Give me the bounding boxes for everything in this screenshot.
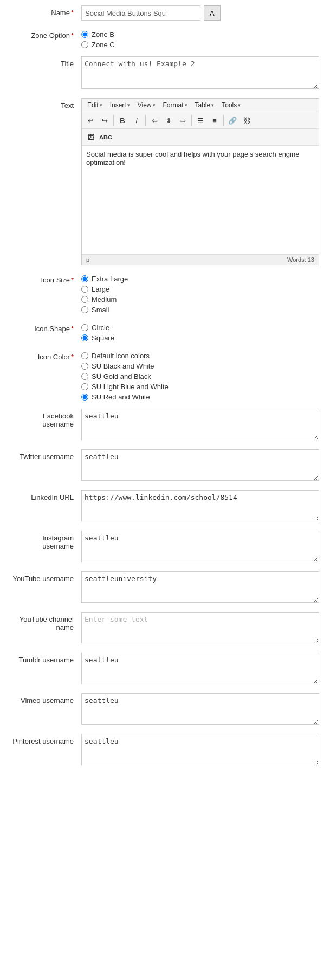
instagram-row: Instagram username seattleu [11, 531, 319, 564]
icon-shape-label: Icon Shape* [11, 321, 81, 333]
icon-size-large[interactable]: Large [81, 285, 319, 293]
rte-menu-insert[interactable]: Insert ▾ [107, 100, 133, 110]
zone-option-label: Zone Option* [11, 28, 81, 40]
icon-size-small[interactable]: Small [81, 306, 319, 314]
icon-color-su-red[interactable]: SU Red and White [81, 393, 319, 401]
tumblr-row: Tumblr username seattleu [11, 653, 319, 686]
rte-link-button[interactable]: 🔗 [226, 114, 239, 127]
name-a-button[interactable]: A [204, 5, 221, 21]
rte-menubar: Edit ▾ Insert ▾ View ▾ Format ▾ [82, 99, 319, 112]
zone-c-option[interactable]: Zone C [81, 41, 319, 49]
linkedin-row: LinkedIn URL https://www.linkedin.com/sc… [11, 490, 319, 523]
zone-c-radio[interactable] [81, 41, 88, 48]
icon-size-extralarge-radio[interactable] [81, 275, 88, 282]
edit-chevron: ▾ [100, 102, 102, 108]
vimeo-textarea[interactable]: seattleu [81, 693, 319, 725]
text-field: Edit ▾ Insert ▾ View ▾ Format ▾ [81, 98, 319, 265]
icon-color-su-gold[interactable]: SU Gold and Black [81, 372, 319, 381]
rte-ordered-list-button[interactable]: ≡ [208, 114, 221, 127]
rte-unlink-button[interactable]: ⛓ [240, 114, 253, 127]
icon-color-su-red-radio[interactable] [81, 394, 88, 401]
rte-bold-button[interactable]: B [116, 114, 129, 127]
icon-size-large-radio[interactable] [81, 286, 88, 293]
icon-color-su-lightblue[interactable]: SU Light Blue and White [81, 383, 319, 391]
zone-option-row: Zone Option* Zone B Zone C [11, 28, 319, 49]
tumblr-textarea[interactable]: seattleu [81, 653, 319, 684]
twitter-row: Twitter username seattleu [11, 449, 319, 482]
instagram-textarea[interactable]: seattleu [81, 531, 319, 562]
twitter-field: seattleu [81, 449, 319, 482]
youtube-channel-textarea[interactable] [81, 612, 319, 643]
icon-shape-field: Circle Square [81, 321, 319, 342]
rte-spell-button[interactable]: ABC [98, 131, 113, 144]
rte-unordered-list-button[interactable]: ☰ [194, 114, 207, 127]
youtube-field: seattleuniversity [81, 571, 319, 604]
icon-size-label: Icon Size* [11, 273, 81, 284]
text-row: Text Edit ▾ Insert ▾ View ▾ [11, 98, 319, 265]
pinterest-label: Pinterest username [11, 734, 81, 745]
youtube-textarea[interactable]: seattleuniversity [81, 571, 319, 603]
icon-size-field: Extra Large Large Medium Small [81, 273, 319, 314]
rte-align-center-button[interactable]: ⇕ [162, 114, 175, 127]
youtube-channel-field [81, 612, 319, 645]
icon-color-row: Icon Color* Default icon colors SU Black… [11, 350, 319, 401]
toolbar-separator-2 [145, 115, 146, 126]
rte-redo-button[interactable]: ↪ [98, 114, 111, 127]
icon-size-radio-group: Extra Large Large Medium Small [81, 273, 319, 314]
rte-menu-format[interactable]: Format ▾ [160, 100, 191, 110]
icon-color-default[interactable]: Default icon colors [81, 352, 319, 360]
rte-italic-button[interactable]: I [130, 114, 143, 127]
linkedin-textarea[interactable]: https://www.linkedin.com/school/8514 [81, 490, 319, 521]
icon-size-medium-radio[interactable] [81, 296, 88, 303]
zone-b-radio[interactable] [81, 31, 88, 38]
youtube-channel-row: YouTube channel name [11, 612, 319, 645]
youtube-label: YouTube username [11, 571, 81, 583]
rte-menu-edit[interactable]: Edit ▾ [84, 100, 106, 110]
icon-color-su-lightblue-radio[interactable] [81, 383, 88, 390]
icon-color-radio-group: Default icon colors SU Black and White S… [81, 350, 319, 401]
icon-size-extralarge[interactable]: Extra Large [81, 275, 319, 283]
rte-menu-table[interactable]: Table ▾ [192, 100, 218, 110]
rte-toolbar-1: ↩ ↪ B I ⇦ ⇕ ⇨ ☰ ≡ 🔗 ⛓ [82, 112, 319, 129]
toolbar-separator-3 [191, 115, 192, 126]
youtube-channel-label: YouTube channel name [11, 612, 81, 631]
rte-toolbar-2: 🖼 ABC [82, 129, 319, 146]
insert-chevron: ▾ [127, 102, 130, 108]
icon-color-su-bw[interactable]: SU Black and White [81, 362, 319, 370]
facebook-textarea[interactable]: seattleu [81, 409, 319, 440]
instagram-field: seattleu [81, 531, 319, 564]
icon-color-su-gold-radio[interactable] [81, 373, 88, 380]
rte-menu-tools[interactable]: Tools ▾ [218, 100, 244, 110]
view-chevron: ▾ [153, 102, 156, 108]
icon-color-default-radio[interactable] [81, 352, 88, 359]
icon-shape-square[interactable]: Square [81, 334, 319, 342]
rte-image-button[interactable]: 🖼 [84, 131, 97, 144]
rte-align-right-button[interactable]: ⇨ [176, 114, 189, 127]
icon-shape-square-radio[interactable] [81, 334, 88, 341]
icon-shape-circle[interactable]: Circle [81, 324, 319, 332]
name-input[interactable] [81, 5, 200, 21]
instagram-label: Instagram username [11, 531, 81, 550]
pinterest-textarea[interactable]: seattleu [81, 734, 319, 765]
rte-menu-view[interactable]: View ▾ [134, 100, 159, 110]
twitter-textarea[interactable]: seattleu [81, 449, 319, 481]
vimeo-label: Vimeo username [11, 693, 81, 705]
rte-undo-button[interactable]: ↩ [84, 114, 97, 127]
tumblr-label: Tumblr username [11, 653, 81, 664]
tumblr-field: seattleu [81, 653, 319, 686]
icon-shape-circle-radio[interactable] [81, 324, 88, 331]
rte-container: Edit ▾ Insert ▾ View ▾ Format ▾ [81, 98, 319, 265]
icon-size-medium[interactable]: Medium [81, 295, 319, 304]
toolbar-separator-4 [223, 115, 224, 126]
vimeo-row: Vimeo username seattleu [11, 693, 319, 726]
vimeo-field: seattleu [81, 693, 319, 726]
rte-content-area[interactable]: Social media is super cool and helps wit… [82, 146, 319, 254]
icon-color-su-bw-radio[interactable] [81, 363, 88, 370]
zone-b-option[interactable]: Zone B [81, 30, 319, 38]
icon-shape-radio-group: Circle Square [81, 321, 319, 342]
pinterest-field: seattleu [81, 734, 319, 767]
rte-align-left-button[interactable]: ⇦ [148, 114, 161, 127]
form-container: Name* A Zone Option* Zone B Zone C [0, 0, 330, 780]
title-textarea[interactable]: Connect with us! Example 2 [81, 56, 319, 89]
icon-size-small-radio[interactable] [81, 306, 88, 313]
